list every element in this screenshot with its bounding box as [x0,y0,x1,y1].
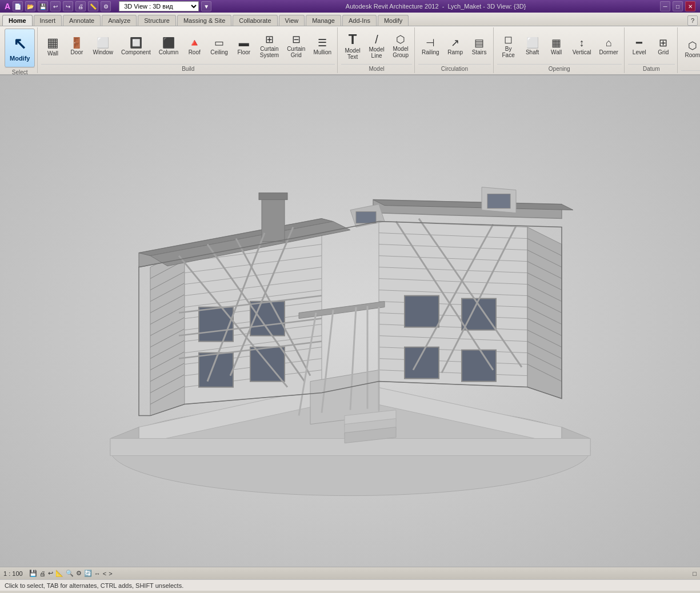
floor-button[interactable]: ▬ Floor [233,29,255,63]
circulation-buttons: ⊣ Railing ↗ Ramp ▤ Stairs [418,29,491,64]
room-button[interactable]: ⬡ Room [681,33,700,67]
mullion-icon: ☰ [318,38,327,48]
curtain-grid-button[interactable]: ⊟ CurtainGrid [283,29,309,63]
qa-print[interactable]: 🖨 [75,1,86,11]
sb-icon-arrows[interactable]: ↔ [94,570,101,577]
mullion-label: Mullion [313,49,331,55]
curtain-grid-label: CurtainGrid [287,46,305,58]
svg-rect-31 [199,307,233,342]
sb-icon-measure[interactable]: 📐 [55,570,63,577]
shaft-button[interactable]: ⬜ Shaft [521,29,544,63]
grid-label: Grid [658,49,669,55]
mullion-button[interactable]: ☰ Mullion [310,29,335,63]
ramp-button[interactable]: ↗ Ramp [444,29,467,63]
model-text-icon: T [349,33,357,46]
viewport[interactable] [0,75,700,567]
sb-icon-arrow-nav2[interactable]: > [109,570,112,577]
tab-massing[interactable]: Massing & Site [177,15,231,26]
vertical-button[interactable]: ↕ Vertical [569,29,595,63]
model-buttons: T ModelText / ModelLine ⬡ ModelGroup [341,29,412,64]
status-message: Click to select, TAB for alternates, CTR… [0,579,700,591]
door-label: Door [71,49,83,55]
sb-icon-arrow-nav[interactable]: < [103,570,106,577]
room-group: ⬡ Room [679,27,700,73]
statusbar: 1 : 100 💾 🖨 ↩ 📐 🔍 ⚙ 🔄 ↔ < > □ [0,567,700,579]
tab-manage[interactable]: Manage [306,15,341,26]
component-label: Component [121,49,151,55]
sb-icon-search[interactable]: 🔍 [66,570,74,577]
minimize-btn[interactable]: ─ [660,1,670,11]
sb-icon-save[interactable]: 💾 [29,570,37,577]
sb-icon-settings[interactable]: ⚙ [76,570,82,577]
tab-modify[interactable]: Modify [378,15,409,26]
svg-rect-64 [462,299,496,330]
tab-analyze[interactable]: Analyze [102,15,137,26]
tab-view[interactable]: View [279,15,305,26]
view-dropdown[interactable]: 3D View : 3D вид [119,1,199,11]
window-button[interactable]: ⬜ Window [89,29,117,63]
model-group: T ModelText / ModelLine ⬡ ModelGroup Mod… [339,27,415,73]
dormer-button[interactable]: ⌂ Dormer [595,29,621,63]
tab-home[interactable]: Home [2,15,33,26]
tab-insert[interactable]: Insert [34,15,62,26]
model-group-title: Model [341,64,412,72]
restore-btn[interactable]: □ [673,1,683,11]
qa-save[interactable]: 💾 [38,1,48,11]
model-line-button[interactable]: / ModelLine [365,29,388,63]
opening-group: ◻ ByFace ⬜ Shaft ▦ Wall ↕ Vertical ⌂ Dor… [495,27,625,73]
sb-icon-rotate[interactable]: ↩ [48,570,53,577]
wall-label: Wall [47,50,58,57]
room-label: Room [685,52,700,58]
build-group-title: Build [41,64,335,72]
svg-rect-72 [259,193,287,200]
model-text-button[interactable]: T ModelText [341,29,364,63]
room-icon: ⬡ [688,41,697,51]
door-icon: 🚪 [70,38,83,48]
build-group: ▦ Wall 🚪 Door ⬜ Window 🔲 Component ⬛ Col… [39,27,338,73]
tab-annotate[interactable]: Annotate [63,15,101,26]
column-button[interactable]: ⬛ Column [155,29,182,63]
datum-group-title: Datum [628,64,675,72]
grid-button[interactable]: ⊞ Grid [652,29,675,63]
qa-open[interactable]: 📂 [25,1,35,11]
floor-label: Floor [237,49,250,55]
help-btn[interactable]: ? [687,15,698,26]
modify-button[interactable]: ↖ Modify [5,29,35,67]
qa-new[interactable]: 📄 [13,1,23,11]
qa-settings[interactable]: ⚙ [101,1,111,11]
vertical-icon: ↕ [579,38,585,48]
datum-group: ━ Level ⊞ Grid Datum [626,27,678,73]
qa-measure[interactable]: 📏 [88,1,98,11]
dormer-label: Dormer [599,49,618,55]
datum-buttons: ━ Level ⊞ Grid [628,29,675,64]
sb-icon-print[interactable]: 🖨 [39,570,46,577]
stairs-button[interactable]: ▤ Stairs [468,29,491,63]
close-btn[interactable]: ✕ [685,1,695,11]
statusbar-right: □ [693,570,697,577]
grid-icon: ⊞ [659,38,667,48]
column-label: Column [159,49,178,55]
component-button[interactable]: 🔲 Component [118,29,154,63]
by-face-button[interactable]: ◻ ByFace [497,29,520,63]
room-buttons: ⬡ Room [681,29,700,70]
door-button[interactable]: 🚪 Door [65,29,88,63]
opening-wall-button[interactable]: ▦ Wall [545,29,568,63]
qa-redo[interactable]: ↪ [63,1,73,11]
tab-addins[interactable]: Add-Ins [342,15,377,26]
modify-icon: ↖ [13,34,26,53]
qa-undo[interactable]: ↩ [50,1,61,11]
roof-button[interactable]: 🔺 Roof [183,29,206,63]
roof-icon: 🔺 [188,38,201,48]
level-icon: ━ [636,38,642,48]
ceiling-button[interactable]: ▭ Ceiling [207,29,231,63]
curtain-system-button[interactable]: ⊞ CurtainSystem [257,29,282,63]
wall-button[interactable]: ▦ Wall [41,29,64,63]
tab-collaborate[interactable]: Collaborate [233,15,277,26]
view-expand[interactable]: ▼ [201,1,211,11]
tab-structure[interactable]: Structure [138,15,176,26]
model-group-button[interactable]: ⬡ ModelGroup [389,29,412,63]
level-button[interactable]: ━ Level [628,29,651,63]
ramp-label: Ramp [447,49,463,55]
sb-icon-sync[interactable]: 🔄 [84,570,92,577]
railing-button[interactable]: ⊣ Railing [418,29,443,63]
